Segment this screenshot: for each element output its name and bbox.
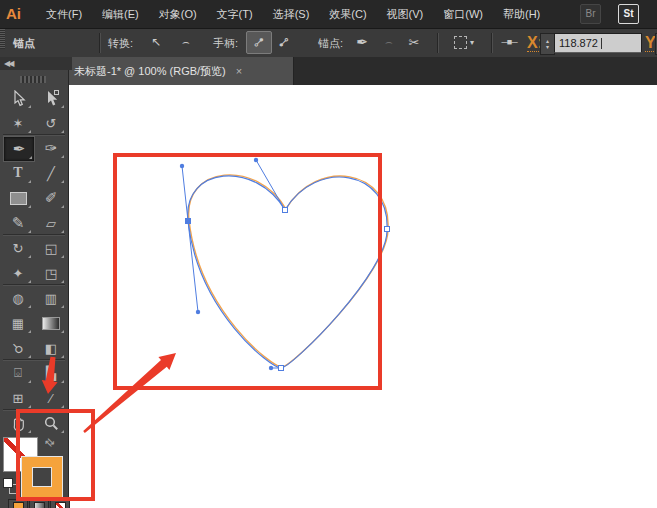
- blend-icon: ◧: [45, 341, 57, 356]
- mesh-icon: ▦: [12, 316, 24, 331]
- handles-hide-icon: ⊷: [272, 31, 295, 54]
- handle-bar-icon: ─■─: [499, 32, 519, 53]
- dashed-selection-icon: [454, 36, 467, 49]
- tool-pen[interactable]: ✒: [3, 136, 35, 162]
- show-handles-button[interactable]: ⊶: [246, 31, 272, 54]
- column-graph-icon: ▙: [46, 366, 56, 381]
- tool-blend[interactable]: ◧: [36, 336, 66, 360]
- app-logo: Ai: [6, 3, 34, 25]
- tool-direct-selection[interactable]: [36, 86, 66, 110]
- tool-symbol-sprayer[interactable]: ⌺: [3, 361, 33, 385]
- tool-paintbrush[interactable]: ✐: [36, 186, 66, 210]
- tool-hand[interactable]: [3, 411, 33, 435]
- tool-perspective-grid[interactable]: ▥: [36, 286, 66, 310]
- gradient-mode-button[interactable]: [29, 499, 49, 508]
- tab-strip: 未标题-1* @ 100% (RGB/预览) ×: [57, 57, 657, 85]
- panel-grip[interactable]: [0, 29, 5, 49]
- magic-wand-icon: ✶: [13, 116, 24, 131]
- illustrator-window: Ai 文件(F)编辑(E)对象(O)文字(T)选择(S)效果(C)视图(V)窗口…: [0, 0, 657, 508]
- tool-rotate[interactable]: ↻: [3, 236, 33, 260]
- magnifier-handle: [53, 425, 57, 429]
- tool-slice[interactable]: ∕: [36, 386, 66, 410]
- bridge-button[interactable]: Br: [580, 4, 601, 24]
- tool-magic-wand[interactable]: ✶: [3, 111, 33, 135]
- free-transform-icon: ◳: [45, 266, 57, 281]
- pencil-icon: ✎: [12, 214, 25, 232]
- tool-rectangle[interactable]: [3, 186, 33, 210]
- default-fill-chip: [3, 478, 13, 488]
- panel-collapse-button[interactable]: ◀◀: [0, 57, 72, 70]
- x-spinner[interactable]: ▴ ▾: [540, 33, 555, 55]
- anchor-label: 锚点:: [318, 29, 343, 57]
- scale-icon: ◱: [45, 241, 57, 256]
- tool-eyedropper[interactable]: ⚲: [3, 336, 33, 360]
- tool-scale[interactable]: ◱: [36, 236, 66, 260]
- tool-free-transform[interactable]: ◳: [36, 261, 66, 285]
- tool-pencil[interactable]: ✎: [3, 211, 33, 235]
- menu-item-edit[interactable]: 编辑(E): [92, 7, 149, 22]
- x-input[interactable]: 118.872: [554, 33, 642, 53]
- slice-icon: ∕: [50, 391, 52, 406]
- gradient-chip: [34, 502, 45, 508]
- line-segment-icon: ╱: [47, 166, 55, 181]
- selection-arrow-icon: [15, 91, 24, 105]
- menu-item-view[interactable]: 视图(V): [377, 7, 434, 22]
- tool-column-graph[interactable]: ▙: [36, 361, 66, 385]
- paintbrush-icon: ✐: [45, 189, 58, 207]
- eraser-icon: ▱: [46, 216, 56, 231]
- default-fill-stroke-icon[interactable]: [3, 478, 19, 493]
- spin-down-icon[interactable]: ▾: [546, 44, 549, 50]
- tool-artboard[interactable]: ⊞: [3, 386, 33, 410]
- tool-selection[interactable]: [3, 86, 33, 110]
- artboard-canvas[interactable]: [69, 85, 657, 508]
- stroke-swatch[interactable]: [22, 457, 62, 497]
- hide-handles-button[interactable]: ⊷: [273, 32, 295, 53]
- handle-label: 手柄:: [213, 29, 238, 57]
- menu-item-file[interactable]: 文件(F): [36, 7, 92, 22]
- convert-smooth-button[interactable]: ⌢: [176, 32, 196, 53]
- panel-grip[interactable]: [20, 76, 46, 83]
- tool-curvature-pen[interactable]: ✑: [36, 136, 66, 160]
- x-value: 118.872: [559, 37, 598, 49]
- tool-shape-builder[interactable]: ◍: [3, 286, 33, 310]
- artboard-icon: ⊞: [13, 391, 24, 406]
- document-title: 未标题-1* @ 100% (RGB/预览): [62, 64, 226, 79]
- menu-item-object[interactable]: 对象(O): [149, 7, 207, 22]
- dropdown-arrow-icon: ▾: [470, 32, 474, 53]
- symbol-sprayer-icon: ⌺: [14, 365, 22, 381]
- tool-line-segment[interactable]: ╱: [36, 161, 66, 185]
- swap-fill-stroke-icon[interactable]: ⇄: [42, 435, 58, 451]
- separator: [437, 33, 439, 53]
- separator: [491, 33, 493, 53]
- menu-item-type[interactable]: 文字(T): [207, 7, 263, 22]
- document-tab[interactable]: 未标题-1* @ 100% (RGB/预览) ×: [62, 57, 294, 85]
- tool-zoom[interactable]: [36, 411, 66, 435]
- isolate-selection-button[interactable]: ▾: [447, 32, 481, 53]
- tool-gradient[interactable]: [36, 311, 66, 335]
- convert-corner-button[interactable]: ↖: [146, 32, 166, 53]
- type-icon: T: [13, 165, 22, 181]
- lasso-icon: ↺: [46, 116, 57, 131]
- eyedropper-icon: ⚲: [9, 339, 26, 356]
- tool-eraser[interactable]: ▱: [36, 211, 66, 235]
- gradient-icon: [42, 317, 60, 330]
- tool-type[interactable]: T: [3, 161, 33, 185]
- menu-item-select[interactable]: 选择(S): [263, 7, 320, 22]
- tab-close-icon[interactable]: ×: [236, 65, 242, 77]
- remove-anchor-button[interactable]: ✒: [352, 32, 372, 53]
- tool-lasso[interactable]: ↺: [36, 111, 66, 135]
- none-mode-button[interactable]: [50, 499, 70, 508]
- menu-item-help[interactable]: 帮助(H): [493, 7, 550, 22]
- text-caret: [601, 38, 602, 49]
- tools-panel: ◀◀ ✶↺✒✑T╱✐✎▱↻◱✦◳◍▥▦⚲◧⌺▙⊞∕ ⇄: [0, 57, 69, 508]
- tool-mesh[interactable]: ▦: [3, 311, 33, 335]
- cut-path-button[interactable]: ✂: [404, 32, 424, 53]
- menu-item-effect[interactable]: 效果(C): [319, 7, 376, 22]
- pen-icon: ✒: [13, 140, 26, 158]
- color-mode-button[interactable]: [8, 499, 28, 508]
- rectangle-icon: [10, 192, 27, 205]
- connect-path-button[interactable]: ⌢: [379, 32, 399, 53]
- stock-button[interactable]: St: [618, 4, 639, 24]
- menu-item-window[interactable]: 窗口(W): [433, 7, 493, 22]
- tool-width[interactable]: ✦: [3, 261, 33, 285]
